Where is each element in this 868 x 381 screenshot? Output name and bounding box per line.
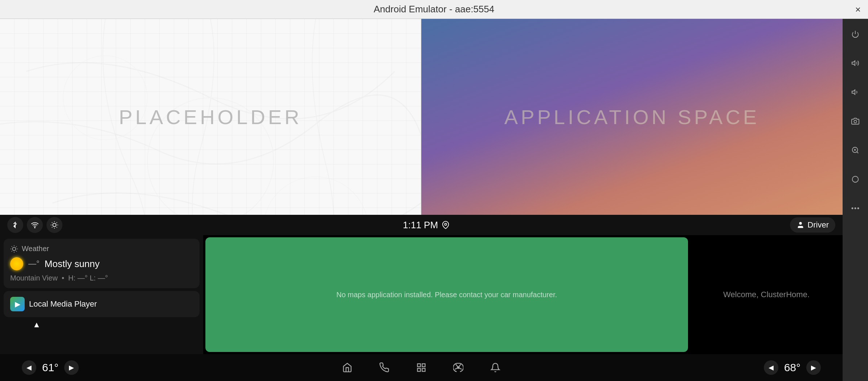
location-icon [442,221,450,229]
svg-rect-24 [418,364,421,367]
svg-point-32 [854,120,856,123]
svg-line-7 [52,222,52,223]
emulator-area: PLACEHOLDER APPLICATION SPACE [0,19,868,381]
status-right: Driver [790,217,835,233]
media-icon: ▶ [10,297,25,311]
svg-line-18 [12,246,12,246]
sun-icon [10,257,23,270]
driver-label: Driver [807,220,829,230]
fan-nav-button[interactable] [449,358,468,377]
close-button[interactable]: × [855,4,861,15]
weather-high-low: H: —° L: —° [68,274,108,282]
svg-line-22 [12,251,12,251]
bluetooth-button[interactable] [7,217,23,233]
svg-marker-30 [852,61,855,66]
weather-header-label: Weather [22,245,49,253]
right-panel: Welcome, ClusterHome. [690,235,843,354]
bottom-section: 1:11 PM Driver [0,215,843,381]
svg-line-12 [57,222,57,223]
content-row: Weather —° Mostly sunny Mountain View • … [0,235,843,354]
more-button[interactable] [847,200,863,216]
right-temp-increase[interactable]: ▶ [806,360,821,375]
phone-nav-button[interactable] [374,358,394,377]
app-space-panel: APPLICATION SPACE [421,19,843,215]
right-temp-value: 68° [784,361,801,374]
grid-nav-button[interactable] [412,358,431,377]
svg-point-15 [12,247,16,250]
status-left [7,217,62,233]
placeholder-text: PLACEHOLDER [119,105,302,129]
zoom-button[interactable] [847,142,863,158]
svg-point-2 [263,177,368,215]
svg-point-14 [799,222,802,225]
weather-temp-prefix: —° [28,259,40,269]
svg-line-34 [857,152,858,153]
wifi-button[interactable] [27,217,43,233]
home-nav-button[interactable] [337,358,357,377]
svg-marker-31 [852,90,855,95]
app-space-text: APPLICATION SPACE [504,105,760,129]
emulator-title: Android Emulator - aae:5554 [374,4,494,15]
weather-card-header: Weather [10,245,193,253]
map-panel: No maps application installed. Please co… [205,237,688,352]
svg-line-23 [16,246,17,246]
cursor-visual: ▲ [33,321,41,329]
side-controls [843,19,868,381]
svg-point-4 [53,223,56,226]
weather-main: —° Mostly sunny [10,257,193,270]
weather-location: Mountain View • H: —° L: —° [10,274,193,282]
svg-point-37 [852,176,859,183]
weather-header-icon [10,245,18,253]
person-icon [797,221,804,229]
svg-point-13 [445,223,447,225]
left-temp-value: 61° [42,361,58,374]
brightness-button[interactable] [46,217,62,233]
screenshot-button[interactable] [847,113,863,129]
bell-nav-button[interactable] [486,358,505,377]
weather-condition: Mostly sunny [45,258,100,270]
map-message: No maps application installed. Please co… [336,291,557,299]
home-icon [342,362,352,373]
status-bar: 1:11 PM Driver [0,215,843,235]
media-label: Local Media Player [29,299,97,309]
status-center: 1:11 PM [403,220,450,231]
nav-center [337,358,505,377]
svg-point-38 [852,208,853,209]
media-card[interactable]: ▶ Local Media Player [4,291,200,317]
left-temp-increase[interactable]: ▶ [64,360,79,375]
svg-point-40 [857,208,859,209]
grid-icon [416,362,426,373]
svg-point-39 [855,208,856,209]
bell-icon [490,362,500,373]
svg-rect-25 [422,364,425,367]
top-split: PLACEHOLDER APPLICATION SPACE [0,19,843,215]
volume-down-button[interactable] [847,84,863,100]
svg-rect-26 [418,368,421,371]
svg-line-11 [52,227,52,228]
location-name: Mountain View [10,274,58,282]
placeholder-panel: PLACEHOLDER [0,19,421,215]
svg-line-19 [16,251,17,251]
svg-point-3 [34,227,35,228]
right-temp-control: ◀ 68° ▶ [764,360,821,375]
media-card-inner: ▶ Local Media Player [10,297,193,311]
title-bar: Android Emulator - aae:5554 × [0,0,868,19]
time-display: 1:11 PM [403,220,438,231]
left-temp-decrease[interactable]: ◀ [22,360,36,375]
left-panel: Weather —° Mostly sunny Mountain View • … [0,235,203,354]
volume-up-button[interactable] [847,55,863,71]
welcome-text: Welcome, ClusterHome. [723,290,810,299]
screen-area: PLACEHOLDER APPLICATION SPACE [0,19,843,381]
fan-icon [453,362,463,373]
power-button[interactable] [847,26,863,42]
svg-line-8 [57,227,57,228]
right-temp-decrease[interactable]: ◀ [764,360,778,375]
left-panel-empty: ▲ [4,320,200,351]
svg-rect-27 [422,368,425,371]
circle-button[interactable] [847,171,863,187]
phone-icon [379,362,389,373]
nav-bar: ◀ 61° ▶ [0,354,843,381]
driver-button[interactable]: Driver [790,217,835,233]
left-temp-control: ◀ 61° ▶ [22,360,79,375]
weather-card[interactable]: Weather —° Mostly sunny Mountain View • … [4,239,200,288]
